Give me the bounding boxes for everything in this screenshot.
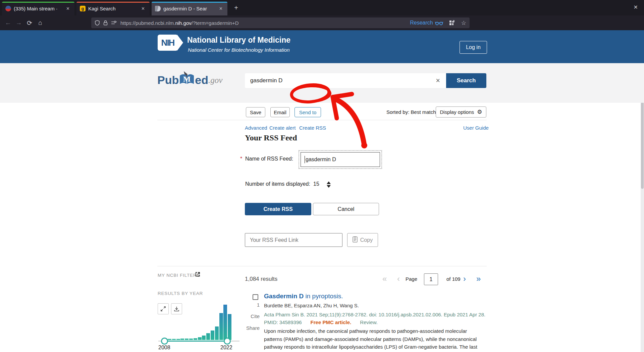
search-section: Pub M ed .gov gasdermin D × Search Advan…: [0, 63, 644, 103]
clear-search-icon[interactable]: ×: [430, 76, 446, 85]
first-page-icon[interactable]: «: [382, 274, 387, 283]
forward-icon[interactable]: →: [13, 19, 24, 27]
results-by-year-label: RESULTS BY YEAR: [158, 291, 203, 296]
share-button[interactable]: Share: [245, 325, 260, 331]
pubmed-logo[interactable]: Pub M ed .gov: [157, 71, 222, 87]
histogram-bar: [206, 333, 210, 340]
nih-header: NIH National Library of Medicine Nationa…: [0, 30, 644, 63]
tab-close-icon[interactable]: ✕: [218, 5, 224, 12]
histogram-bar: [168, 339, 171, 340]
tab-label: gasdermin D - Sear: [163, 6, 215, 11]
tab-kagi-search[interactable]: g Kagi Search ✕: [76, 2, 150, 15]
search-input-value[interactable]: gasdermin D: [245, 77, 430, 84]
article-authors: Burdette BE, Esparza AN, Zhu H, Wang S.: [264, 303, 359, 308]
nlm-subtitle: National Center for Biotechnology Inform…: [188, 47, 290, 53]
rss-feed-link-input[interactable]: [245, 233, 342, 247]
year-start-label: 2008: [158, 345, 170, 351]
nih-logo-arrow: [177, 35, 183, 51]
article-citation: Acta Pharm Sin B. 2021 Sep;11(9):2768-27…: [264, 312, 485, 317]
search-button[interactable]: Search: [446, 73, 486, 88]
home-icon[interactable]: ⌂: [35, 19, 46, 27]
stepper-up-icon[interactable]: [327, 181, 331, 184]
histogram-bar: [176, 339, 180, 340]
container-stripe: [152, 2, 227, 3]
create-alert-link[interactable]: Create alert: [269, 125, 296, 131]
free-pmc-label: Free PMC article.: [311, 319, 352, 325]
save-button[interactable]: Save: [246, 107, 265, 117]
container-stripe: [76, 2, 150, 3]
items-stepper[interactable]: [327, 181, 331, 188]
gear-icon: ⚙: [477, 108, 482, 116]
screenshot-icon[interactable]: [449, 20, 454, 26]
search-box[interactable]: gasdermin D ×: [245, 73, 446, 88]
stepper-down-icon[interactable]: [327, 185, 331, 188]
create-rss-link[interactable]: Create RSS: [299, 125, 326, 131]
histogram-bar: [189, 339, 193, 340]
new-tab-button[interactable]: +: [231, 3, 241, 13]
histogram-bar: [219, 313, 223, 340]
tab-bar: (335) Main stream · ✕ g Kagi Search ✕ ga…: [0, 0, 644, 15]
histogram-bar: [198, 337, 202, 340]
last-page-icon[interactable]: »: [476, 274, 481, 283]
tracking-shield-icon[interactable]: [95, 20, 100, 26]
expand-chart-button[interactable]: [158, 303, 169, 314]
bookmark-star-icon[interactable]: ☆: [461, 19, 466, 27]
reader-glasses-icon[interactable]: [435, 20, 443, 26]
external-link-icon[interactable]: [195, 272, 200, 278]
items-displayed-label: Number of items displayed:: [245, 181, 310, 187]
page-total-label: of 109: [446, 276, 461, 282]
copy-button[interactable]: Copy: [347, 233, 378, 247]
results-divider: [157, 266, 487, 266]
tab-gasdermin-active[interactable]: gasdermin D - Sear ✕: [152, 2, 227, 15]
create-rss-button[interactable]: Create RSS: [245, 203, 311, 215]
result-checkbox[interactable]: [253, 294, 258, 300]
year-slider-handle-start[interactable]: [161, 338, 168, 345]
stream-tab-favicon: [5, 6, 11, 11]
next-page-icon[interactable]: ›: [463, 274, 466, 283]
results-histogram[interactable]: [168, 305, 232, 340]
book-icon: M: [179, 71, 195, 87]
article-snippet: Upon microbe infection, the canonical pa…: [264, 327, 484, 352]
back-icon[interactable]: ←: [3, 19, 13, 27]
page-content: NIH National Library of Medicine Nationa…: [0, 30, 644, 352]
nih-logo[interactable]: NIH: [158, 35, 178, 51]
page-number-input[interactable]: 1: [424, 273, 438, 285]
svg-text:M: M: [183, 75, 191, 83]
display-options-button[interactable]: Display options ⚙: [436, 106, 486, 118]
tab-main-stream[interactable]: (335) Main stream · ✕: [2, 2, 74, 15]
rss-name-input[interactable]: gasdermin D: [301, 152, 380, 167]
year-slider-handle-end[interactable]: [224, 338, 231, 345]
email-button[interactable]: Email: [270, 107, 290, 117]
advanced-link[interactable]: Advanced: [245, 125, 267, 131]
page-label: Page: [406, 276, 417, 282]
prev-page-icon[interactable]: ‹: [397, 274, 400, 283]
container-stripe: [2, 2, 74, 3]
article-title-link[interactable]: Gasdermin D in pyroptosis.: [264, 293, 343, 300]
tab-close-icon[interactable]: ✕: [65, 5, 71, 12]
send-to-button[interactable]: Send to: [294, 107, 321, 117]
review-label: Review.: [360, 319, 378, 325]
my-ncbi-filters-label[interactable]: MY NCBI FILTERS: [158, 273, 200, 278]
histogram-bar: [194, 338, 197, 340]
kagi-tab-favicon: g: [80, 6, 86, 11]
lock-icon[interactable]: [103, 20, 108, 26]
expand-icon: [161, 306, 166, 311]
url-bar[interactable]: https://pubmed.ncbi.nlm.nih.gov/?term=ga…: [91, 17, 470, 28]
tab-close-icon[interactable]: ✕: [140, 5, 146, 12]
url-text[interactable]: https://pubmed.ncbi.nlm.nih.gov/?term=ga…: [120, 20, 410, 26]
nlm-title: National Library of Medicine: [187, 36, 290, 45]
items-displayed-value: 15: [313, 181, 319, 187]
cancel-button[interactable]: Cancel: [313, 203, 379, 215]
permissions-icon[interactable]: [111, 20, 117, 25]
results-count: 1,084 results: [245, 276, 277, 282]
section-divider: [157, 120, 487, 120]
cite-button[interactable]: Cite: [245, 313, 260, 319]
reload-icon[interactable]: ⟳: [24, 19, 35, 27]
window-close-icon[interactable]: ✕: [632, 3, 640, 11]
user-guide-link[interactable]: User Guide: [463, 125, 489, 131]
required-asterisk: *: [240, 156, 242, 162]
article-meta-row: PMID: 34589396 Free PMC article. Review.: [264, 319, 378, 325]
research-label[interactable]: Research: [410, 20, 433, 26]
login-button[interactable]: Log in: [460, 41, 487, 54]
navigation-toolbar: ← → ⟳ ⌂ https://pubmed.ncbi.nlm.nih.gov/…: [0, 15, 644, 30]
